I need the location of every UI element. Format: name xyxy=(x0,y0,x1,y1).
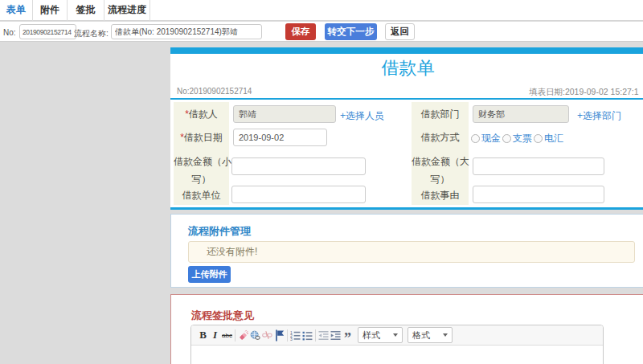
radio-icon[interactable] xyxy=(502,134,511,143)
amount-upper-label-line2: 写） xyxy=(412,173,469,186)
attachments-panel: 流程附件管理 还没有附件! 上传附件 xyxy=(170,214,643,288)
department-input[interactable] xyxy=(473,105,569,123)
back-button[interactable]: 返回 xyxy=(385,23,415,40)
approval-title: 流程签批意见 xyxy=(191,309,254,323)
radio-icon[interactable] xyxy=(471,134,480,143)
strikethrough-icon[interactable]: abc xyxy=(222,329,232,342)
toolbar-separator xyxy=(235,329,235,342)
unit-input[interactable] xyxy=(231,186,366,203)
amount-lower-label-line2: 写） xyxy=(174,173,229,186)
panel-bottom-bar xyxy=(170,207,643,210)
radio-cash[interactable]: 现金 xyxy=(471,132,501,145)
loan-date-input[interactable] xyxy=(233,129,327,146)
remove-format-icon[interactable] xyxy=(238,329,248,342)
page: 表单 附件 签批 流程进度 No: 流程名称: 保存 转交下一步 返回 借款单 … xyxy=(0,0,643,364)
tab-attachment[interactable]: 附件 xyxy=(33,0,68,21)
approval-panel: 流程签批意见 B I abc xyxy=(170,294,643,364)
tab-approve[interactable]: 签批 xyxy=(68,0,104,21)
action-toolbar: No: 流程名称: 保存 转交下一步 返回 xyxy=(0,22,643,42)
method-radios: 现金 支票 电汇 xyxy=(471,132,563,145)
flow-name-label: 流程名称: xyxy=(74,28,109,39)
form-panel: 借款单 No:20190902152714 填表日期:2019-09-02 15… xyxy=(170,47,643,210)
no-label: No: xyxy=(3,28,16,37)
divider xyxy=(170,98,643,100)
select-person-link[interactable]: +选择人员 xyxy=(340,109,384,123)
format-combo[interactable]: 格式 xyxy=(408,327,453,343)
no-attachment-message: 还没有附件! xyxy=(188,241,635,263)
anchor-flag-icon[interactable] xyxy=(274,329,285,342)
upload-attachment-button[interactable]: 上传附件 xyxy=(188,266,231,283)
styles-combo[interactable]: 样式 xyxy=(358,327,403,343)
tab-form[interactable]: 表单 xyxy=(0,0,33,21)
next-step-button[interactable]: 转交下一步 xyxy=(325,23,377,40)
department-label: 借款部门 xyxy=(412,108,469,121)
svg-text:3: 3 xyxy=(290,336,293,340)
tab-bar: 表单 附件 签批 流程进度 xyxy=(0,0,643,21)
flow-name-input[interactable] xyxy=(111,24,262,39)
indent-icon[interactable] xyxy=(330,329,341,342)
unlink-icon[interactable] xyxy=(262,329,272,342)
toolbar-separator xyxy=(315,329,316,342)
radio-check[interactable]: 支票 xyxy=(502,132,532,145)
editor-toolbar: B I abc 123 xyxy=(191,325,603,346)
amount-lower-input[interactable] xyxy=(231,157,366,175)
attachments-title: 流程附件管理 xyxy=(188,224,251,239)
no-input[interactable] xyxy=(19,24,76,39)
dropdown-caret-icon xyxy=(443,333,448,337)
link-icon[interactable] xyxy=(250,329,260,342)
radio-wire[interactable]: 电汇 xyxy=(534,132,563,145)
borrower-label: *借款人 xyxy=(174,108,229,121)
loan-date-label: *借款日期 xyxy=(174,131,229,145)
form-no-text: No:20190902152714 xyxy=(177,87,252,96)
unit-label: 借款单位 xyxy=(174,189,229,202)
save-button[interactable]: 保存 xyxy=(285,23,316,40)
form-title: 借款单 xyxy=(170,56,643,80)
tab-progress[interactable]: 流程进度 xyxy=(104,0,150,21)
rich-text-editor: B I abc 123 xyxy=(190,325,604,364)
bold-icon[interactable]: B xyxy=(198,329,208,342)
toolbar-separator xyxy=(287,329,288,342)
select-department-link[interactable]: +选择部门 xyxy=(577,109,621,123)
dropdown-caret-icon xyxy=(393,333,398,337)
amount-lower-label-line1: 借款金额（小 xyxy=(174,155,229,169)
reason-input[interactable] xyxy=(473,186,604,203)
bulleted-list-icon[interactable] xyxy=(302,329,313,342)
blockquote-icon[interactable]: ” xyxy=(342,329,353,342)
method-label: 借款方式 xyxy=(412,131,469,145)
form-fill-date: 填表日期:2019-09-02 15:27:1 xyxy=(529,87,639,98)
editor-content-area[interactable] xyxy=(191,346,603,364)
amount-upper-label-line1: 借款金额（大 xyxy=(412,155,469,169)
reason-label: 借款事由 xyxy=(412,189,469,202)
borrower-input[interactable] xyxy=(233,105,336,123)
amount-upper-input[interactable] xyxy=(473,157,604,175)
numbered-list-icon[interactable]: 123 xyxy=(290,329,301,342)
panel-top-bar xyxy=(170,47,643,54)
outdent-icon[interactable] xyxy=(318,329,329,342)
radio-icon[interactable] xyxy=(534,134,543,143)
italic-icon[interactable]: I xyxy=(210,329,220,342)
